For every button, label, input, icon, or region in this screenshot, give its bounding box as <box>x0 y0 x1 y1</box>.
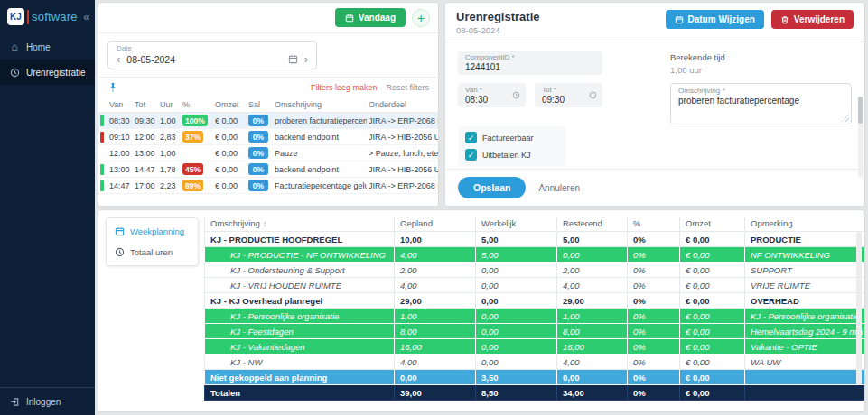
cell-omzet: € 0,00 <box>213 178 247 194</box>
billable-checkbox[interactable]: ✓ Factureerbaar <box>465 132 559 143</box>
cell-pct: 0% <box>628 309 680 324</box>
component-id-field[interactable]: ComponentID * 1244101 <box>458 51 602 75</box>
save-button[interactable]: Opslaan <box>458 177 526 198</box>
column-header-tot: Tot <box>133 97 158 113</box>
planning-row[interactable]: Totalen 39,00 8,50 34,00 0% € 0,00 <box>205 385 866 401</box>
home-icon: ⌂ <box>9 42 20 52</box>
planning-row[interactable]: KJ - PRODUCTIE - NF ONTWIKKELING 4,00 5,… <box>205 247 866 263</box>
cell-pct <box>181 145 213 161</box>
van-time-field[interactable]: Van * 08:30 <box>458 83 526 107</box>
time-entry-row[interactable]: 09:10 12:00 2,83 37% € 0,00 0% backend e… <box>98 129 438 145</box>
status-bar-cell <box>98 145 107 161</box>
status-bar-cell <box>98 178 107 194</box>
time-entries-table: Van Tot Uur % Omzet Sal Omschrijving Ond… <box>98 97 438 194</box>
time-entry-row[interactable]: 14:47 17:00 2,23 89% € 0,00 0% Facturati… <box>98 178 438 194</box>
cell-gepland: 2,00 <box>395 263 476 278</box>
cell-resterend: 8,00 <box>557 324 628 339</box>
payout-label: Uitbetalen KJ <box>482 151 531 160</box>
sidebar-item-urenregistratie[interactable]: Urenregistratie <box>0 60 95 85</box>
planning-row[interactable]: KJ - VRIJ HOUDEN RUIMTE 4,00 0,00 4,00 0… <box>205 278 866 293</box>
cell-pct: 0% <box>628 324 680 339</box>
scrollbar-thumb[interactable] <box>858 97 863 124</box>
cancel-link[interactable]: Annuleren <box>538 183 580 193</box>
column-header-pct[interactable]: % <box>628 216 680 232</box>
scrollbar-track[interactable] <box>858 97 863 178</box>
column-header-uur: Uur <box>158 97 181 113</box>
add-entry-button[interactable]: + <box>412 9 430 27</box>
filter-row: Filters leeg maken Reset filters <box>98 78 438 96</box>
pin-icon[interactable] <box>107 82 118 93</box>
clock-icon <box>589 91 597 99</box>
planning-row[interactable]: KJ - Feestdagen 8,00 0,00 8,00 0% € 0,00… <box>205 324 866 339</box>
sidebar-item-home[interactable]: ⌂ Home <box>0 34 95 60</box>
planning-row[interactable]: KJ - Ondersteuning & Support 2,00 0,00 2… <box>205 263 866 278</box>
login-button[interactable]: Inloggen <box>0 387 95 415</box>
planning-row[interactable]: Niet gekoppeld aan planning 0,00 3,50 0,… <box>205 370 866 385</box>
sidebar-collapse-icon[interactable]: « <box>83 11 89 23</box>
logo-text: software <box>32 10 78 23</box>
delete-button[interactable]: Verwijderen <box>771 10 854 29</box>
payout-checkbox[interactable]: ✓ Uitbetalen KJ <box>465 149 559 161</box>
column-header-werkelijk[interactable]: Werkelijk <box>476 216 557 232</box>
component-id-value: 1244101 <box>465 62 595 72</box>
cell-opmerking: PRODUCTIE <box>745 232 866 247</box>
time-entry-row[interactable]: 12:00 13:00 1,00 € 0,00 0% Pauze > Pauze… <box>98 145 438 161</box>
column-header-gepland[interactable]: Gepland <box>395 216 476 232</box>
change-date-button[interactable]: Datum Wijzigen <box>666 10 764 29</box>
prev-day-button[interactable]: ‹ <box>117 53 120 65</box>
tab-weekplanning[interactable]: Weekplanning <box>107 221 198 242</box>
reset-filters-link[interactable]: Reset filters <box>386 83 429 92</box>
cell-onderdeel: > Pauze, lunch, eten <box>367 145 438 161</box>
cell-resterend: 4,00 <box>557 278 628 293</box>
planning-row[interactable]: KJ - KJ Overhead planregel 29,00 0,00 29… <box>205 293 866 309</box>
cell-werkelijk: 8,50 <box>476 385 557 401</box>
van-value: 08:30 <box>465 95 518 105</box>
cell-resterend: 1,00 <box>557 309 628 324</box>
trash-icon <box>780 15 789 24</box>
tab-label: Totaal uren <box>130 247 173 257</box>
planning-row[interactable]: KJ - Vakantiedagen 16,00 0,00 16,00 0% €… <box>205 339 866 355</box>
resize-handle-icon[interactable] <box>842 115 849 122</box>
scrollbar-track[interactable] <box>856 232 862 385</box>
column-header-resterend[interactable]: Resterend <box>557 216 628 232</box>
calendar-icon[interactable] <box>288 54 298 64</box>
date-picker[interactable]: Date ‹ 08-05-2024 › <box>107 41 317 69</box>
planning-table: Omschrijving↕ Gepland Werkelijk Resteren… <box>204 216 865 401</box>
cell-onderdeel: JIRA -> HIB-2056 Under review zetten van… <box>367 161 438 178</box>
sal-badge: 0% <box>248 115 268 126</box>
cell-omschrijving: KJ - Vakantiedagen <box>205 339 395 355</box>
date-section: Date ‹ 08-05-2024 › <box>98 33 438 78</box>
cell-werkelijk: 5,00 <box>476 247 557 263</box>
column-header-omschrijving: Omschrijving <box>273 97 367 113</box>
time-entry-row[interactable]: 13:00 14:47 1,78 45% € 0,00 0% backend e… <box>98 161 438 178</box>
time-entry-row[interactable]: 08:30 09:30 1,00 100% € 0,00 0% proberen… <box>98 113 438 129</box>
tab-totaal-uren[interactable]: Totaal uren <box>107 242 198 263</box>
detail-panel: Urenregistratie 08-05-2024 Datum Wijzige… <box>444 2 865 207</box>
calculated-time-label: Berekende tijd <box>670 51 852 62</box>
sal-badge: 0% <box>248 131 268 143</box>
tot-time-field[interactable]: Tot * 09:30 <box>535 83 602 107</box>
cell-uur: 2,83 <box>158 129 181 145</box>
cell-pct: 37% <box>181 129 213 145</box>
planning-row[interactable]: KJ - Persoonlijke organisatie 1,00 0,00 … <box>205 309 866 324</box>
planning-row[interactable]: KJ - NW 4,00 0,00 4,00 0% € 0,00 WA UW <box>205 355 866 370</box>
cell-sal: 0% <box>247 113 273 129</box>
calendar-icon <box>115 226 125 236</box>
column-header-sal: Sal <box>247 97 273 113</box>
cell-gepland: 39,00 <box>395 385 476 401</box>
cell-resterend: 0,00 <box>557 370 628 385</box>
clear-filters-link[interactable]: Filters leeg maken <box>311 83 378 92</box>
status-bar-cell <box>98 161 107 178</box>
next-day-button[interactable]: › <box>304 53 308 65</box>
cell-pct: 0% <box>628 370 680 385</box>
column-header-omzet[interactable]: Omzet <box>680 216 745 232</box>
login-icon <box>9 396 20 407</box>
description-textarea[interactable]: Omschrijving * proberen facturatiepercen… <box>670 83 852 124</box>
login-label: Inloggen <box>26 397 61 407</box>
column-header-opmerking[interactable]: Opmerking <box>745 216 866 232</box>
column-header-omschrijving[interactable]: Omschrijving↕ <box>205 216 395 232</box>
today-button[interactable]: Vandaag <box>335 8 406 27</box>
cell-werkelijk: 3,50 <box>476 370 557 385</box>
cell-opmerking: KJ - Persoonlijke organisatie <box>745 309 866 324</box>
planning-row[interactable]: KJ - PRODUCTIE HOOFDREGEL 10,00 5,00 5,0… <box>205 232 866 247</box>
